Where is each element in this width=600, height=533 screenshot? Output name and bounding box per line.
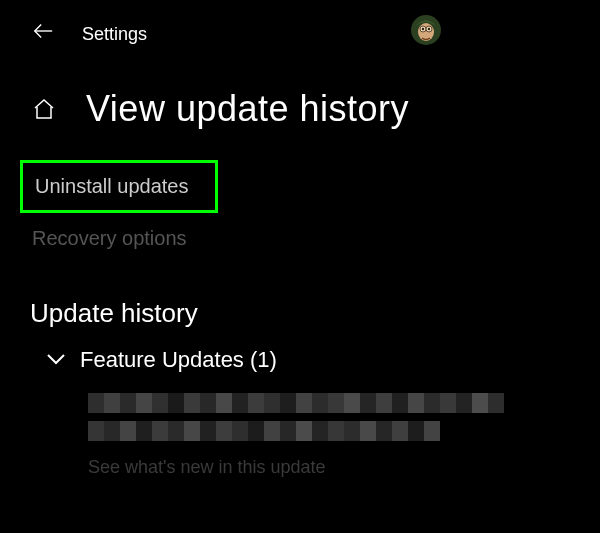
avatar[interactable] (410, 14, 442, 46)
home-icon[interactable] (32, 97, 56, 127)
svg-point-5 (422, 28, 424, 30)
page-title: View update history (86, 88, 409, 130)
update-history-section: Update history Feature Updates (1) (0, 250, 600, 373)
svg-point-2 (418, 23, 434, 41)
header-bar: Settings (0, 0, 600, 50)
uninstall-updates-link[interactable]: Uninstall updates (20, 160, 218, 213)
recovery-options-link[interactable]: Recovery options (20, 213, 600, 250)
chevron-down-icon (46, 350, 66, 371)
svg-point-6 (428, 28, 430, 30)
obscured-update-details (0, 373, 600, 441)
page-heading-row: View update history (0, 50, 600, 130)
app-title: Settings (82, 24, 147, 45)
links-section: Uninstall updates Recovery options (0, 130, 600, 250)
back-arrow-icon[interactable] (32, 20, 54, 48)
feature-updates-label: Feature Updates (1) (80, 347, 277, 373)
history-section-title: Update history (30, 298, 600, 329)
feature-updates-expander[interactable]: Feature Updates (1) (30, 329, 600, 373)
see-whats-new-link[interactable]: See what's new in this update (0, 449, 600, 478)
